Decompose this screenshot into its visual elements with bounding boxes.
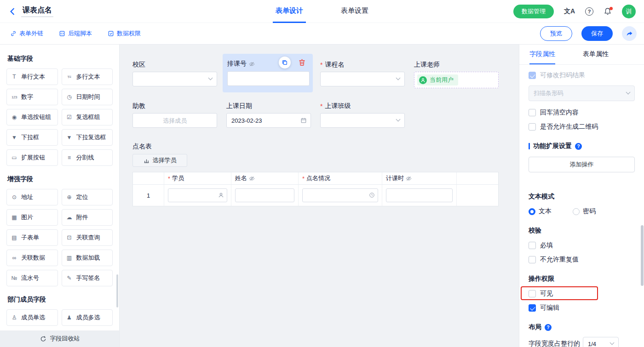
translate-icon[interactable]: 文A bbox=[564, 7, 575, 16]
form-external-link-button[interactable]: 表单外链 bbox=[10, 29, 43, 38]
field-palette-item[interactable]: ♟成员多选 bbox=[62, 309, 113, 326]
field-palette-item[interactable]: ▼下拉复选框 bbox=[62, 129, 113, 146]
field-palette-label: 复选框组 bbox=[76, 113, 100, 121]
subform-cell-input[interactable] bbox=[302, 188, 378, 202]
preview-button[interactable]: 预览 bbox=[540, 26, 572, 41]
field-palette-item[interactable]: ▦图片 bbox=[6, 209, 58, 226]
window-scrollbar[interactable] bbox=[641, 225, 644, 286]
clear-on-enter-checkbox-row[interactable]: 回车清空内容 bbox=[529, 108, 635, 117]
field-palette-item[interactable]: ✎手写签名 bbox=[62, 270, 113, 286]
assistant-member-input[interactable] bbox=[132, 113, 217, 128]
data-manage-button[interactable]: 数据管理 bbox=[513, 5, 554, 18]
sidebar-section-title: 增强字段 bbox=[7, 175, 112, 183]
tab-form-settings[interactable]: 表单设置 bbox=[338, 0, 371, 23]
allow-qrcode-checkbox-row[interactable]: 是否允许生成二维码 bbox=[529, 123, 635, 131]
avatar[interactable]: 训 bbox=[622, 5, 636, 18]
checkbox-icon[interactable] bbox=[529, 109, 536, 116]
field-palette-item[interactable]: ☑复选框组 bbox=[62, 109, 113, 125]
tab-form-design[interactable]: 表单设计 bbox=[273, 0, 306, 23]
subform-column-header: 姓名 bbox=[231, 172, 299, 184]
back-button[interactable] bbox=[8, 7, 17, 16]
field-rollcall-subform[interactable]: 点名表 bbox=[132, 142, 217, 151]
member-single-icon: ♙ bbox=[11, 314, 18, 321]
field-palette-item[interactable]: 123数字 bbox=[6, 89, 58, 105]
class-select[interactable] bbox=[320, 113, 405, 128]
class-date-input[interactable] bbox=[226, 113, 311, 128]
field-palette-item[interactable]: ◷日期时间 bbox=[62, 89, 113, 105]
field-palette-item[interactable]: ≡分割线 bbox=[62, 149, 113, 166]
current-user-tag[interactable]: 当前用户 bbox=[417, 74, 458, 85]
checkbox-icon[interactable] bbox=[529, 123, 536, 131]
select-students-button[interactable]: 选择学员 bbox=[132, 154, 187, 167]
text-mode-text-radio[interactable]: 文本 bbox=[529, 207, 552, 216]
campus-select[interactable] bbox=[132, 72, 217, 86]
field-palette-item[interactable]: ▼下拉框 bbox=[6, 129, 58, 146]
data-permission-button[interactable]: 数据权限 bbox=[108, 29, 141, 38]
field-palette-item[interactable]: ♙成员单选 bbox=[6, 309, 58, 326]
field-palette-item[interactable]: ⊡关联查询 bbox=[62, 229, 113, 246]
share-button[interactable] bbox=[622, 26, 637, 41]
save-button[interactable]: 保存 bbox=[581, 26, 613, 41]
field-palette-item[interactable]: №流水号 bbox=[6, 270, 58, 286]
field-class-date[interactable]: 上课日期 bbox=[226, 102, 311, 128]
tab-field-properties[interactable]: 字段属性 bbox=[529, 45, 555, 64]
field-palette-item[interactable]: ⊙地址 bbox=[6, 189, 58, 205]
field-palette-item[interactable]: ▤子表单 bbox=[6, 229, 58, 246]
help-icon[interactable] bbox=[575, 143, 582, 150]
radio-icon[interactable] bbox=[573, 208, 580, 215]
checkbox-checked-icon[interactable] bbox=[529, 304, 536, 312]
required-checkbox-row[interactable]: 必填 bbox=[529, 241, 635, 250]
recycle-bin-button[interactable]: 字段回收站 bbox=[0, 330, 120, 347]
field-palette-label: 成员多选 bbox=[76, 313, 100, 322]
attachment-icon: ☁ bbox=[66, 214, 73, 221]
schedule-no-input[interactable] bbox=[227, 71, 310, 86]
field-teacher[interactable]: 上课老师 当前用户 bbox=[414, 60, 499, 88]
help-icon[interactable] bbox=[545, 324, 552, 331]
field-palette-label: 单选按钮组 bbox=[21, 113, 51, 121]
sidebar-scrollbar[interactable] bbox=[116, 274, 118, 307]
field-palette-label: 单行文本 bbox=[21, 73, 45, 81]
copy-field-button[interactable] bbox=[279, 57, 291, 68]
editable-checkbox-row[interactable]: 可编辑 bbox=[529, 304, 635, 312]
no-duplicate-checkbox-row[interactable]: 不允许重复值 bbox=[529, 256, 635, 264]
subform-column-header: 计课时 bbox=[382, 172, 457, 184]
tab-form-properties[interactable]: 表单属性 bbox=[583, 45, 609, 64]
field-palette-item[interactable]: ⊕定位 bbox=[62, 189, 113, 205]
page-title[interactable]: 课表点名 bbox=[21, 6, 53, 17]
field-palette-item[interactable]: T单行文本 bbox=[6, 68, 58, 85]
field-class[interactable]: *上课班级 bbox=[320, 102, 405, 128]
visible-checkbox-row[interactable]: 可见 bbox=[529, 290, 635, 298]
radio-selected-icon[interactable] bbox=[529, 208, 535, 215]
field-width-select[interactable]: 1/4 bbox=[583, 337, 619, 347]
field-palette-label: 扩展按钮 bbox=[21, 154, 45, 162]
subform-cell-input[interactable] bbox=[386, 188, 453, 202]
field-palette-item[interactable]: ▥数据加载 bbox=[62, 250, 113, 266]
checkbox-icon[interactable] bbox=[529, 256, 536, 263]
bell-icon[interactable] bbox=[604, 7, 612, 16]
field-palette-item[interactable]: ☁附件 bbox=[62, 209, 113, 226]
field-palette-item[interactable]: T≡多行文本 bbox=[62, 68, 113, 85]
field-palette-item[interactable]: ◉单选按钮组 bbox=[6, 109, 58, 125]
linked-query-icon: ⊡ bbox=[66, 234, 73, 241]
field-assistant[interactable]: 助教 bbox=[132, 102, 217, 128]
checkbox-icon[interactable] bbox=[529, 242, 536, 249]
field-schedule-no[interactable]: 排课号 bbox=[223, 54, 313, 92]
eye-off-icon bbox=[406, 176, 412, 182]
field-campus[interactable]: 校区 bbox=[132, 60, 217, 86]
text-mode-password-radio[interactable]: 密码 bbox=[573, 207, 596, 216]
section-bar bbox=[529, 143, 530, 149]
course-select[interactable] bbox=[320, 72, 405, 86]
field-palette-item[interactable]: ∞关联数据 bbox=[6, 250, 58, 266]
add-action-button[interactable]: 添加操作 bbox=[529, 157, 635, 172]
subform-cell-input[interactable] bbox=[235, 188, 294, 202]
field-palette-item[interactable]: ▭扩展按钮 bbox=[6, 149, 58, 166]
delete-field-button[interactable] bbox=[298, 58, 306, 66]
checkbox-icon[interactable] bbox=[529, 290, 536, 297]
subform-column-header: *点名情况 bbox=[299, 172, 382, 184]
chevron-down-icon bbox=[610, 341, 615, 345]
field-course[interactable]: *课程名 bbox=[320, 60, 405, 86]
divider-icon: ≡ bbox=[66, 154, 73, 161]
backend-script-button[interactable]: 后端脚本 bbox=[59, 29, 92, 38]
teacher-default-value-box[interactable]: 当前用户 bbox=[414, 72, 499, 88]
help-icon[interactable] bbox=[585, 7, 593, 16]
